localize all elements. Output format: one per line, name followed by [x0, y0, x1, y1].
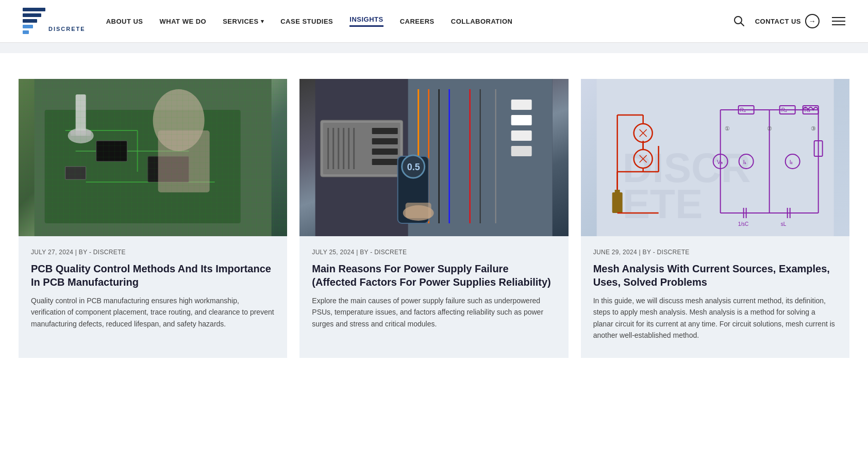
svg-text:I₂: I₂	[789, 159, 793, 165]
card-power-body: JULY 25, 2024 | BY - DISCRETE Main Reaso…	[299, 236, 568, 358]
hamburger-line-1	[832, 17, 845, 18]
card-circuit-meta: JUNE 29, 2024 | BY - DISCRETE	[593, 249, 837, 256]
hamburger-menu-button[interactable]	[830, 15, 847, 27]
nav-about-us[interactable]: ABOUT US	[106, 18, 143, 25]
hamburger-line-3	[832, 24, 845, 25]
nav-collaboration[interactable]: COLLABORATION	[451, 18, 513, 25]
svg-rect-21	[71, 130, 91, 136]
card-pcb-body: JULY 27, 2024 | BY - DISCRETE PCB Qualit…	[19, 236, 287, 358]
svg-text:ETE: ETE	[622, 181, 703, 227]
svg-text:①: ①	[724, 125, 729, 132]
nav-what-we-do[interactable]: WHAT WE DO	[160, 18, 207, 25]
card-pcb-image	[19, 79, 287, 236]
card-circuit-title: Mesh Analysis With Current Sources, Exam…	[593, 262, 837, 289]
svg-rect-1	[23, 13, 41, 17]
card-power-meta: JULY 25, 2024 | BY - DISCRETE	[312, 249, 556, 256]
svg-rect-55	[612, 192, 622, 213]
svg-text:V₃: V₃	[716, 159, 722, 165]
card-pcb-excerpt: Quality control in PCB manufacturing ens…	[31, 295, 275, 330]
svg-rect-8	[35, 79, 272, 236]
card-power-image: 0.5	[299, 79, 568, 236]
main-content: JULY 27, 2024 | BY - DISCRETE PCB Qualit…	[0, 53, 868, 389]
svg-text:R₂: R₂	[781, 107, 787, 113]
card-circuit-body: JUNE 29, 2024 | BY - DISCRETE Mesh Analy…	[581, 236, 849, 358]
svg-rect-2	[23, 19, 37, 23]
card-circuit-image: DISCR ETE	[581, 79, 849, 236]
card-circuit-excerpt: In this guide, we will discuss mesh anal…	[593, 295, 837, 341]
svg-text:1/sC: 1/sC	[738, 221, 748, 227]
svg-rect-46	[372, 159, 398, 165]
svg-rect-44	[372, 138, 398, 144]
card-power-excerpt: Explore the main causes of power supply …	[312, 295, 556, 330]
svg-rect-4	[23, 30, 29, 34]
card-pcb: JULY 27, 2024 | BY - DISCRETE PCB Qualit…	[19, 79, 287, 358]
nav-services[interactable]: SERVICES	[223, 18, 264, 25]
svg-rect-33	[511, 130, 532, 141]
svg-rect-34	[511, 146, 532, 156]
header: DISCRETE DISCRETE ABOUT US WHAT WE DO SE…	[0, 0, 868, 43]
svg-text:R₁: R₁	[740, 107, 745, 113]
contact-us-label: CONTACT US	[755, 18, 801, 25]
nav-careers[interactable]: CAREERS	[400, 18, 435, 25]
contact-us-button[interactable]: CONTACT US →	[755, 14, 820, 28]
card-pcb-title: PCB Quality Control Methods And Its Impo…	[31, 262, 275, 289]
svg-rect-3	[23, 25, 33, 28]
svg-rect-16	[65, 167, 86, 179]
svg-point-20	[68, 128, 94, 143]
subheader-band	[0, 43, 868, 53]
svg-rect-32	[511, 115, 532, 125]
svg-point-17	[153, 89, 205, 151]
header-right: CONTACT US →	[733, 14, 847, 28]
card-power: 0.5 JULY 25, 2024 | BY - DISCRETE Main R…	[299, 79, 568, 358]
svg-rect-45	[372, 149, 398, 155]
svg-text:0.5: 0.5	[407, 162, 420, 172]
svg-rect-14	[96, 141, 127, 161]
svg-rect-56	[614, 190, 620, 193]
card-circuit: DISCR ETE	[581, 79, 849, 358]
card-pcb-meta: JULY 27, 2024 | BY - DISCRETE	[31, 249, 275, 256]
cards-grid: JULY 27, 2024 | BY - DISCRETE PCB Qualit…	[19, 79, 849, 358]
svg-rect-0	[23, 8, 45, 11]
svg-rect-15	[148, 156, 189, 182]
nav-insights[interactable]: INSIGHTS	[349, 15, 383, 27]
svg-line-7	[741, 23, 744, 26]
contact-arrow-icon: →	[805, 14, 820, 28]
svg-text:I₁: I₁	[743, 159, 746, 165]
svg-rect-51	[406, 203, 431, 218]
main-nav: ABOUT US WHAT WE DO SERVICES CASE STUDIE…	[106, 15, 513, 27]
svg-text:③: ③	[810, 125, 815, 132]
svg-rect-9	[45, 110, 241, 223]
hamburger-line-2	[832, 21, 845, 22]
search-button[interactable]	[733, 15, 745, 27]
card-power-title: Main Reasons For Power Supply Failure (A…	[312, 262, 556, 289]
svg-rect-19	[76, 94, 86, 136]
svg-rect-18	[158, 130, 210, 192]
svg-rect-43	[372, 128, 398, 134]
logo[interactable]: DISCRETE	[21, 6, 47, 37]
svg-rect-31	[511, 100, 532, 110]
svg-text:sL: sL	[780, 221, 786, 227]
nav-case-studies[interactable]: CASE STUDIES	[280, 18, 333, 25]
logo-text: DISCRETE	[48, 26, 86, 32]
svg-text:②: ②	[766, 125, 772, 132]
